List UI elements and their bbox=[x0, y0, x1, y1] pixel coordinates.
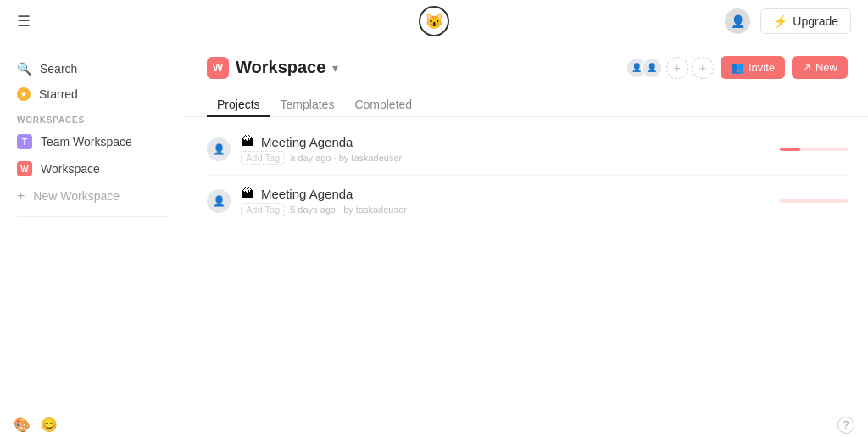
add-tag-1[interactable]: Add Tag bbox=[241, 151, 285, 165]
add-member-button-2[interactable]: + bbox=[692, 57, 714, 79]
chevron-down-icon[interactable]: ▾ bbox=[332, 61, 338, 75]
project-emoji-2: 🏔 bbox=[241, 186, 254, 201]
nav-center: 😺 bbox=[419, 6, 449, 36]
workspaces-section-label: WORKSPACES bbox=[0, 107, 186, 128]
workspace-badge: W bbox=[207, 57, 229, 79]
new-label: New bbox=[815, 61, 837, 74]
logo: 😺 bbox=[419, 6, 449, 36]
project-item-2[interactable]: 👤 🏔 Meeting Agenda Add Tag 5 days ago · … bbox=[207, 176, 848, 227]
starred-label: Starred bbox=[39, 87, 78, 101]
project-user-avatar-2: 👤 bbox=[207, 189, 231, 213]
project-list: 👤 🏔 Meeting Agenda Add Tag a day ago · b… bbox=[186, 117, 868, 234]
bottom-bar: 🎨 😊 ? bbox=[0, 412, 868, 437]
project-timestamp-1: a day ago · by taskadeuser bbox=[290, 153, 402, 163]
project-item-1[interactable]: 👤 🏔 Meeting Agenda Add Tag a day ago · b… bbox=[207, 124, 848, 176]
starred-item[interactable]: ★ Starred bbox=[0, 81, 186, 107]
project-meta-1: Add Tag a day ago · by taskadeuser bbox=[241, 151, 770, 165]
palette-icon[interactable]: 🎨 bbox=[14, 417, 31, 433]
progress-fill-1 bbox=[780, 148, 800, 151]
project-title-row-2: 🏔 Meeting Agenda bbox=[241, 186, 770, 201]
project-info-2: 🏔 Meeting Agenda Add Tag 5 days ago · by… bbox=[241, 186, 770, 216]
new-icon: ↗ bbox=[802, 61, 811, 74]
add-workspace-icon: + bbox=[17, 188, 25, 204]
logo-emoji: 😺 bbox=[425, 12, 443, 31]
team-workspace-avatar: T bbox=[17, 134, 32, 149]
project-meta-2: Add Tag 5 days ago · by taskadeuser bbox=[241, 203, 770, 216]
content-header: W Workspace ▾ 👤 👤 + + 👥 Invite ↗ New bbox=[186, 42, 868, 79]
invite-button[interactable]: 👥 Invite bbox=[721, 56, 785, 79]
top-nav: ☰ 😺 👤 ⚡ Upgrade bbox=[0, 0, 868, 42]
search-label: Search bbox=[40, 62, 77, 76]
sidebar-item-team-workspace[interactable]: T Team Workspace bbox=[0, 128, 186, 155]
search-icon: 🔍 bbox=[17, 62, 31, 76]
workspace-title-row: W Workspace ▾ bbox=[207, 57, 338, 79]
project-info-1: 🏔 Meeting Agenda Add Tag a day ago · by … bbox=[241, 134, 770, 165]
main-layout: 🔍 Search ★ Starred WORKSPACES T Team Wor… bbox=[0, 42, 868, 412]
invite-label: Invite bbox=[748, 61, 775, 74]
starred-icon: ★ bbox=[17, 87, 31, 101]
header-actions: 👤 👤 + + 👥 Invite ↗ New bbox=[626, 56, 848, 79]
workspace-label: Workspace bbox=[41, 162, 100, 176]
upgrade-label: Upgrade bbox=[793, 14, 838, 28]
upgrade-button[interactable]: ⚡ Upgrade bbox=[760, 8, 851, 34]
project-name-2: Meeting Agenda bbox=[261, 187, 353, 201]
project-emoji-1: 🏔 bbox=[241, 134, 254, 149]
team-workspace-label: Team Workspace bbox=[41, 135, 132, 148]
workspace-avatar: W bbox=[17, 161, 32, 176]
sidebar-item-workspace[interactable]: W Workspace bbox=[0, 155, 186, 182]
nav-right: 👤 ⚡ Upgrade bbox=[725, 8, 851, 34]
new-workspace-label: New Workspace bbox=[33, 189, 120, 203]
bottom-left: 🎨 😊 bbox=[14, 417, 58, 433]
project-title-row-1: 🏔 Meeting Agenda bbox=[241, 134, 770, 149]
member-avatar-2: 👤 bbox=[641, 57, 663, 79]
tab-completed[interactable]: Completed bbox=[344, 92, 422, 116]
new-button[interactable]: ↗ New bbox=[792, 56, 848, 79]
project-progress-bar-2 bbox=[780, 199, 848, 203]
add-tag-2[interactable]: Add Tag bbox=[241, 203, 285, 216]
search-item[interactable]: 🔍 Search bbox=[0, 56, 186, 81]
project-name-1: Meeting Agenda bbox=[261, 135, 353, 149]
upgrade-icon: ⚡ bbox=[773, 14, 787, 28]
project-user-avatar-1: 👤 bbox=[207, 137, 231, 161]
invite-icon: 👥 bbox=[731, 61, 744, 74]
tabs-row: Projects Templates Completed bbox=[186, 82, 868, 117]
user-avatar[interactable]: 👤 bbox=[725, 8, 750, 34]
content-area: W Workspace ▾ 👤 👤 + + 👥 Invite ↗ New bbox=[186, 42, 868, 412]
member-avatars: 👤 👤 + + bbox=[626, 57, 714, 79]
help-button[interactable]: ? bbox=[837, 417, 854, 434]
sidebar-divider bbox=[17, 216, 169, 217]
project-progress-bar-1 bbox=[780, 148, 848, 151]
nav-left: ☰ bbox=[17, 12, 31, 31]
project-timestamp-2: 5 days ago · by taskadeuser bbox=[290, 204, 407, 215]
tab-templates[interactable]: Templates bbox=[270, 92, 345, 116]
hamburger-icon[interactable]: ☰ bbox=[17, 12, 31, 31]
add-member-button[interactable]: + bbox=[666, 57, 688, 79]
workspace-name: Workspace bbox=[236, 58, 326, 77]
emoji-icon[interactable]: 😊 bbox=[41, 417, 58, 433]
tab-projects[interactable]: Projects bbox=[207, 92, 270, 116]
sidebar: 🔍 Search ★ Starred WORKSPACES T Team Wor… bbox=[0, 42, 186, 412]
new-workspace-item[interactable]: + New Workspace bbox=[0, 182, 186, 210]
